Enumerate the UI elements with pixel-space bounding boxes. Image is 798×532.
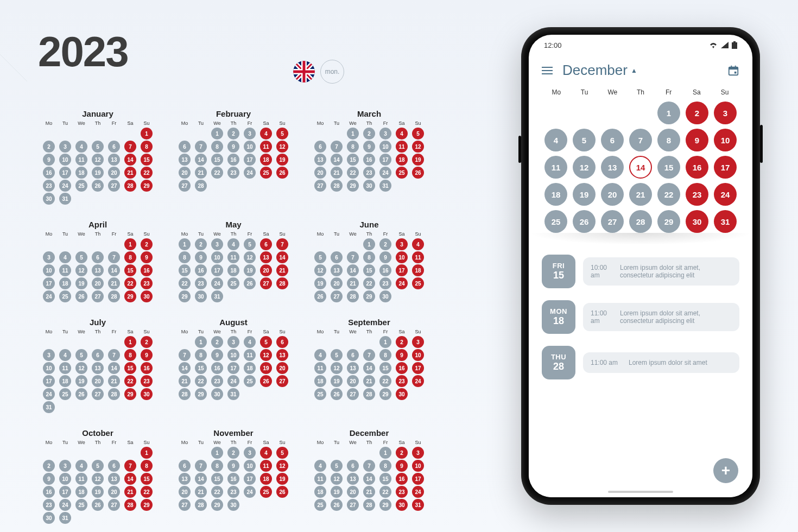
- phone-calendar-day[interactable]: 27: [601, 210, 624, 233]
- phone-calendar-day[interactable]: 22: [657, 183, 680, 206]
- phone-calendar-day[interactable]: 21: [629, 183, 652, 206]
- calendar-day: 27: [92, 388, 104, 400]
- calendar-day: 28: [363, 388, 375, 400]
- calendar-day: 11: [260, 460, 272, 472]
- phone-calendar-day[interactable]: 16: [686, 156, 708, 179]
- event-row[interactable]: MON1811:00 amLorem ipsum dolor sit amet,…: [542, 300, 739, 334]
- calendar-day: 10: [379, 141, 391, 153]
- phone-calendar-day[interactable]: 24: [714, 183, 737, 206]
- calendar-day: 22: [179, 277, 191, 289]
- phone-calendar-day[interactable]: 18: [544, 183, 567, 206]
- calendar-day: 11: [244, 349, 256, 361]
- phone-calendar-day[interactable]: 17: [714, 156, 737, 179]
- calendar-day: 26: [75, 388, 87, 400]
- chevron-up-icon: ▲: [631, 67, 637, 74]
- calendar-day: 21: [363, 486, 375, 498]
- event-row[interactable]: FRI1510:00 amLorem ipsum dolor sit amet,…: [542, 255, 739, 288]
- calendar-day: 28: [331, 180, 343, 192]
- phone-calendar-day[interactable]: 3: [714, 102, 737, 124]
- phone-calendar-day[interactable]: 2: [686, 102, 708, 124]
- calendar-day: 26: [331, 388, 343, 400]
- phone-calendar-day[interactable]: 13: [601, 156, 624, 179]
- phone-calendar-day[interactable]: 10: [714, 129, 737, 151]
- calendar-day: 17: [412, 362, 424, 374]
- calendar-day: 23: [396, 486, 408, 498]
- phone-calendar-day[interactable]: 12: [573, 156, 596, 179]
- calendar-day: 23: [211, 375, 223, 387]
- calendar-day: 31: [211, 290, 223, 302]
- calendar-day: 30: [363, 180, 375, 192]
- calendar-day: 11: [75, 154, 87, 166]
- calendar-day: 23: [396, 375, 408, 387]
- calendar-day: 10: [227, 349, 239, 361]
- phone-calendar-day[interactable]: 9: [686, 129, 708, 151]
- calendar-day: 18: [396, 154, 408, 166]
- calendar-day: 11: [314, 362, 326, 374]
- calendar-day: 4: [75, 141, 87, 153]
- calendar-day: 10: [412, 349, 424, 361]
- calendar-day: 24: [244, 167, 256, 179]
- phone-calendar-day[interactable]: 29: [657, 210, 680, 233]
- calendar-day: 15: [124, 362, 136, 374]
- phone-time: 12:00: [544, 41, 562, 49]
- calendar-day: 3: [412, 336, 424, 348]
- calendar-day: 14: [195, 154, 207, 166]
- calendar-day: 12: [276, 141, 288, 153]
- phone-calendar-day[interactable]: 20: [601, 183, 624, 206]
- phone-calendar-day[interactable]: 8: [657, 129, 680, 151]
- phone-calendar-day[interactable]: 14: [629, 156, 652, 179]
- calendar-day: 16: [363, 154, 375, 166]
- calendar-day: 9: [43, 473, 55, 485]
- phone-calendar-day[interactable]: 26: [573, 210, 596, 233]
- calendar-day: 12: [75, 362, 87, 374]
- calendar-day: 15: [141, 154, 153, 166]
- calendar-day: 26: [260, 375, 272, 387]
- calendar-day: 20: [276, 362, 288, 374]
- calendar-day: 1: [179, 238, 191, 250]
- calendar-day: 14: [195, 473, 207, 485]
- calendar-day: 11: [59, 264, 71, 276]
- calendar-day: 20: [260, 264, 272, 276]
- calendar-day: 23: [43, 499, 55, 511]
- phone-calendar-day[interactable]: 28: [629, 210, 652, 233]
- phone-calendar-day[interactable]: 25: [544, 210, 567, 233]
- month-block: AugustMoTuWeThFrSaSu12345678910111213141…: [174, 318, 293, 413]
- calendar-day: 1: [363, 238, 375, 250]
- signal-icon: [721, 42, 729, 48]
- calendar-day: 23: [379, 277, 391, 289]
- add-event-button[interactable]: +: [713, 458, 738, 483]
- menu-icon[interactable]: [542, 67, 553, 74]
- calendar-day: 15: [379, 362, 391, 374]
- uk-flag-icon: [293, 61, 315, 83]
- calendar-day: 14: [276, 251, 288, 263]
- calendar-day: 29: [379, 388, 391, 400]
- phone-calendar-day[interactable]: 4: [544, 129, 567, 151]
- calendar-day: 2: [141, 336, 153, 348]
- month-title: February: [216, 109, 251, 118]
- phone-calendar-day[interactable]: 6: [601, 129, 624, 151]
- phone-calendar-day[interactable]: 5: [573, 129, 596, 151]
- calendar-day: 20: [347, 486, 359, 498]
- calendar-icon[interactable]: [727, 65, 739, 77]
- calendar-day: 30: [141, 388, 153, 400]
- phone-calendar-day[interactable]: 31: [714, 210, 737, 233]
- phone-calendar-day[interactable]: 11: [544, 156, 567, 179]
- calendar-day: 7: [347, 251, 359, 263]
- phone-calendar-day[interactable]: 15: [657, 156, 680, 179]
- calendar-day: 4: [59, 251, 71, 263]
- month-block: FebruaryMoTuWeThFrSaSu123456789101112131…: [174, 109, 293, 205]
- month-dropdown[interactable]: December ▲: [562, 62, 718, 79]
- calendar-day: 13: [108, 154, 120, 166]
- event-row[interactable]: THU2811:00 amLorem ipsum dolor sit amet: [542, 346, 739, 379]
- phone-calendar-day[interactable]: 30: [686, 210, 708, 233]
- calendar-day: 10: [244, 141, 256, 153]
- calendar-day: 14: [363, 362, 375, 374]
- phone-calendar-day[interactable]: 1: [657, 102, 680, 124]
- calendar-day: 23: [227, 167, 239, 179]
- wifi-icon: [709, 42, 718, 48]
- calendar-day: 13: [260, 251, 272, 263]
- phone-calendar-day[interactable]: 19: [573, 183, 596, 206]
- calendar-day: 14: [363, 473, 375, 485]
- phone-calendar-day[interactable]: 7: [629, 129, 652, 151]
- phone-calendar-day[interactable]: 23: [686, 183, 708, 206]
